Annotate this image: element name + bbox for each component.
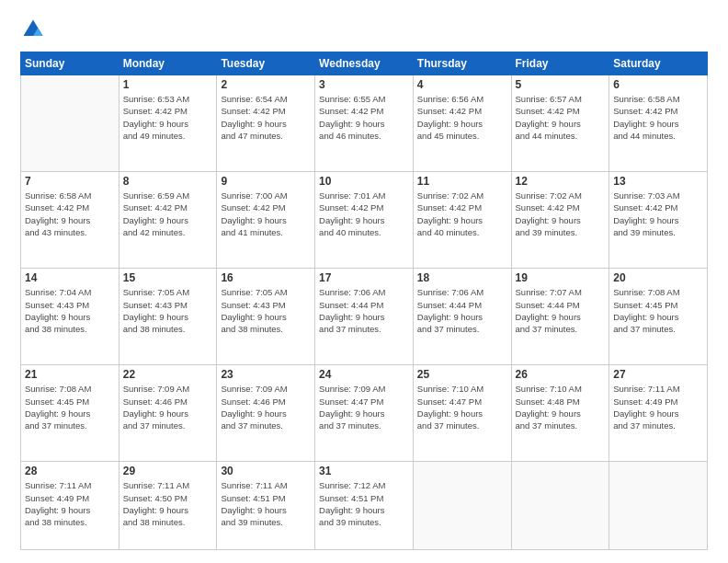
calendar-cell (21, 75, 119, 172)
calendar-header-row: SundayMondayTuesdayWednesdayThursdayFrid… (21, 52, 708, 75)
calendar-cell (413, 462, 511, 550)
calendar-cell: 1Sunrise: 6:53 AMSunset: 4:42 PMDaylight… (119, 75, 217, 172)
day-info: Sunrise: 6:58 AMSunset: 4:42 PMDaylight:… (25, 190, 115, 238)
calendar-cell: 29Sunrise: 7:11 AMSunset: 4:50 PMDayligh… (119, 462, 217, 550)
day-info: Sunrise: 7:09 AMSunset: 4:46 PMDaylight:… (123, 383, 213, 431)
calendar-cell: 13Sunrise: 7:03 AMSunset: 4:42 PMDayligh… (609, 172, 708, 269)
calendar-cell (609, 462, 708, 550)
day-number: 16 (221, 271, 311, 284)
week-row-2: 7Sunrise: 6:58 AMSunset: 4:42 PMDaylight… (21, 172, 708, 269)
day-number: 9 (221, 175, 311, 188)
calendar-cell: 11Sunrise: 7:02 AMSunset: 4:42 PMDayligh… (413, 172, 511, 269)
calendar-cell: 15Sunrise: 7:05 AMSunset: 4:43 PMDayligh… (119, 269, 217, 365)
day-number: 5 (516, 78, 606, 91)
calendar-cell: 2Sunrise: 6:54 AMSunset: 4:42 PMDaylight… (217, 75, 315, 172)
day-info: Sunrise: 6:57 AMSunset: 4:42 PMDaylight:… (516, 93, 606, 142)
day-number: 10 (319, 175, 409, 188)
day-number: 17 (319, 271, 409, 284)
calendar-cell: 24Sunrise: 7:09 AMSunset: 4:47 PMDayligh… (315, 365, 414, 462)
calendar-cell: 22Sunrise: 7:09 AMSunset: 4:46 PMDayligh… (119, 365, 217, 462)
day-info: Sunrise: 7:11 AMSunset: 4:50 PMDaylight:… (123, 479, 213, 528)
day-info: Sunrise: 6:59 AMSunset: 4:42 PMDaylight:… (123, 190, 213, 238)
calendar-cell: 26Sunrise: 7:10 AMSunset: 4:48 PMDayligh… (511, 365, 609, 462)
day-info: Sunrise: 7:07 AMSunset: 4:44 PMDaylight:… (516, 286, 606, 335)
day-info: Sunrise: 7:08 AMSunset: 4:45 PMDaylight:… (613, 286, 703, 335)
day-info: Sunrise: 7:03 AMSunset: 4:42 PMDaylight:… (613, 190, 703, 238)
page: SundayMondayTuesdayWednesdayThursdayFrid… (0, 0, 728, 563)
col-header-wednesday: Wednesday (315, 52, 414, 75)
col-header-friday: Friday (511, 52, 609, 75)
day-info: Sunrise: 7:01 AMSunset: 4:42 PMDaylight:… (319, 190, 409, 238)
day-info: Sunrise: 7:10 AMSunset: 4:47 PMDaylight:… (417, 383, 507, 431)
calendar-cell: 9Sunrise: 7:00 AMSunset: 4:42 PMDaylight… (217, 172, 315, 269)
day-number: 25 (417, 368, 507, 381)
calendar-cell: 16Sunrise: 7:05 AMSunset: 4:43 PMDayligh… (217, 269, 315, 365)
day-info: Sunrise: 7:05 AMSunset: 4:43 PMDaylight:… (221, 286, 311, 335)
week-row-4: 21Sunrise: 7:08 AMSunset: 4:45 PMDayligh… (21, 365, 708, 462)
day-number: 31 (319, 465, 409, 477)
day-info: Sunrise: 7:06 AMSunset: 4:44 PMDaylight:… (417, 286, 507, 335)
col-header-sunday: Sunday (21, 52, 119, 75)
day-number: 4 (417, 78, 507, 91)
col-header-thursday: Thursday (413, 52, 511, 75)
day-number: 27 (613, 368, 703, 381)
day-info: Sunrise: 7:02 AMSunset: 4:42 PMDaylight:… (516, 190, 606, 238)
calendar-cell: 3Sunrise: 6:55 AMSunset: 4:42 PMDaylight… (315, 75, 414, 172)
calendar-cell: 23Sunrise: 7:09 AMSunset: 4:46 PMDayligh… (217, 365, 315, 462)
calendar-cell (511, 462, 609, 550)
calendar-cell: 4Sunrise: 6:56 AMSunset: 4:42 PMDaylight… (413, 75, 511, 172)
calendar-cell: 7Sunrise: 6:58 AMSunset: 4:42 PMDaylight… (21, 172, 119, 269)
day-info: Sunrise: 7:04 AMSunset: 4:43 PMDaylight:… (25, 286, 115, 335)
day-number: 24 (319, 368, 409, 381)
day-number: 8 (123, 175, 213, 188)
day-number: 13 (613, 175, 703, 188)
calendar-table: SundayMondayTuesdayWednesdayThursdayFrid… (20, 52, 708, 550)
day-number: 2 (221, 78, 311, 91)
calendar-cell: 5Sunrise: 6:57 AMSunset: 4:42 PMDaylight… (511, 75, 609, 172)
calendar-cell: 19Sunrise: 7:07 AMSunset: 4:44 PMDayligh… (511, 269, 609, 365)
calendar-cell: 20Sunrise: 7:08 AMSunset: 4:45 PMDayligh… (609, 269, 708, 365)
day-number: 7 (25, 175, 115, 188)
day-info: Sunrise: 7:09 AMSunset: 4:46 PMDaylight:… (221, 383, 311, 431)
day-number: 6 (613, 78, 703, 91)
day-number: 28 (25, 465, 115, 477)
day-number: 14 (25, 271, 115, 284)
day-info: Sunrise: 6:53 AMSunset: 4:42 PMDaylight:… (123, 93, 213, 142)
week-row-1: 1Sunrise: 6:53 AMSunset: 4:42 PMDaylight… (21, 75, 708, 172)
day-number: 22 (123, 368, 213, 381)
day-number: 15 (123, 271, 213, 284)
day-number: 20 (613, 271, 703, 284)
day-info: Sunrise: 7:12 AMSunset: 4:51 PMDaylight:… (319, 479, 409, 528)
calendar-cell: 28Sunrise: 7:11 AMSunset: 4:49 PMDayligh… (21, 462, 119, 550)
calendar-cell: 18Sunrise: 7:06 AMSunset: 4:44 PMDayligh… (413, 269, 511, 365)
day-info: Sunrise: 7:09 AMSunset: 4:47 PMDaylight:… (319, 383, 409, 431)
day-number: 1 (123, 78, 213, 91)
logo (20, 17, 50, 42)
day-number: 26 (516, 368, 606, 381)
calendar-cell: 6Sunrise: 6:58 AMSunset: 4:42 PMDaylight… (609, 75, 708, 172)
day-number: 11 (417, 175, 507, 188)
day-number: 18 (417, 271, 507, 284)
day-number: 21 (25, 368, 115, 381)
header (20, 17, 708, 42)
day-info: Sunrise: 7:08 AMSunset: 4:45 PMDaylight:… (25, 383, 115, 431)
day-number: 30 (221, 465, 311, 477)
calendar-cell: 10Sunrise: 7:01 AMSunset: 4:42 PMDayligh… (315, 172, 414, 269)
week-row-3: 14Sunrise: 7:04 AMSunset: 4:43 PMDayligh… (21, 269, 708, 365)
col-header-saturday: Saturday (609, 52, 708, 75)
day-info: Sunrise: 6:56 AMSunset: 4:42 PMDaylight:… (417, 93, 507, 142)
day-info: Sunrise: 6:54 AMSunset: 4:42 PMDaylight:… (221, 93, 311, 142)
calendar-cell: 12Sunrise: 7:02 AMSunset: 4:42 PMDayligh… (511, 172, 609, 269)
day-info: Sunrise: 7:11 AMSunset: 4:51 PMDaylight:… (221, 479, 311, 528)
day-number: 3 (319, 78, 409, 91)
logo-icon (20, 17, 46, 42)
calendar-cell: 17Sunrise: 7:06 AMSunset: 4:44 PMDayligh… (315, 269, 414, 365)
calendar-cell: 25Sunrise: 7:10 AMSunset: 4:47 PMDayligh… (413, 365, 511, 462)
day-info: Sunrise: 6:55 AMSunset: 4:42 PMDaylight:… (319, 93, 409, 142)
calendar-cell: 30Sunrise: 7:11 AMSunset: 4:51 PMDayligh… (217, 462, 315, 550)
day-info: Sunrise: 7:10 AMSunset: 4:48 PMDaylight:… (516, 383, 606, 431)
day-info: Sunrise: 7:06 AMSunset: 4:44 PMDaylight:… (319, 286, 409, 335)
day-number: 12 (516, 175, 606, 188)
calendar-cell: 31Sunrise: 7:12 AMSunset: 4:51 PMDayligh… (315, 462, 414, 550)
calendar-cell: 8Sunrise: 6:59 AMSunset: 4:42 PMDaylight… (119, 172, 217, 269)
